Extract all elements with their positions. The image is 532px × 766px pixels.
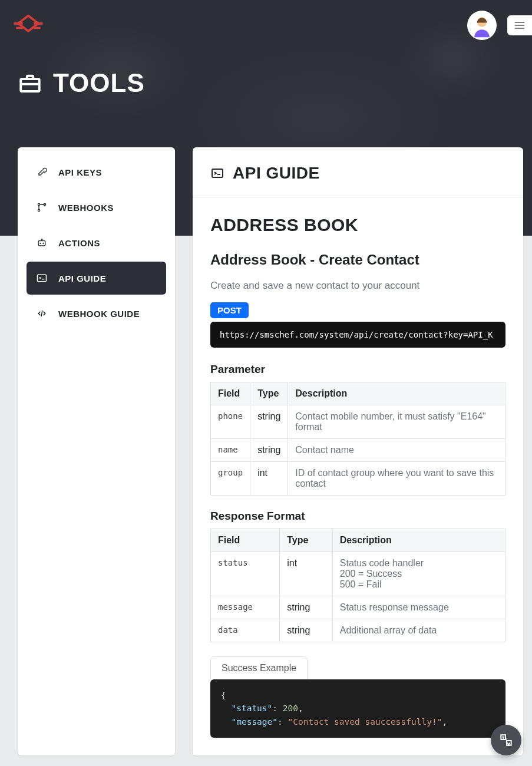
sidebar-item-label: WEBHOOK GUIDE (58, 309, 140, 319)
hamburger-icon (514, 19, 526, 31)
param-type: int (250, 462, 288, 496)
terminal-icon (36, 272, 48, 284)
user-avatar[interactable] (467, 11, 497, 40)
param-header-desc: Description (288, 382, 505, 405)
branch-icon (36, 202, 48, 213)
main-heading: API GUIDE (193, 147, 523, 197)
resp-desc: Status response message (332, 596, 505, 619)
resp-type: string (280, 596, 333, 619)
param-header-field: Field (211, 382, 250, 405)
example-code-block: { "status": 200, "message": "Contact sav… (210, 679, 505, 738)
resp-header-desc: Description (332, 529, 505, 552)
sidebar-item-label: WEBHOOKS (58, 203, 114, 213)
resp-type: string (280, 619, 333, 642)
main-heading-text: API GUIDE (233, 164, 320, 183)
table-row: statusintStatus code handler 200 = Succe… (211, 552, 505, 596)
sidebar-item-webhook-guide[interactable]: WEBHOOK GUIDE (27, 297, 166, 330)
svg-point-7 (39, 243, 41, 244)
resp-header-field: Field (211, 529, 280, 552)
svg-point-3 (38, 203, 39, 205)
hamburger-menu-button[interactable] (507, 15, 532, 35)
translate-icon (498, 732, 514, 748)
page-title-text: TOOLS (53, 68, 145, 98)
briefcase-icon (18, 71, 42, 95)
resp-field: data (211, 619, 280, 642)
sidebar-item-api-guide[interactable]: API GUIDE (27, 262, 166, 295)
sidebar-item-label: ACTIONS (58, 238, 100, 248)
subsection-title: Address Book - Create Contact (210, 252, 505, 268)
endpoint-url: https://smschef.com/system/api/create/co… (210, 322, 505, 348)
svg-point-4 (38, 209, 39, 211)
resp-type: int (280, 552, 333, 596)
robot-icon (36, 237, 48, 249)
sidebar-item-api-keys[interactable]: API KEYS (27, 156, 166, 189)
svg-rect-10 (212, 169, 223, 177)
param-type: string (250, 405, 288, 439)
resp-header-type: Type (280, 529, 333, 552)
method-badge: POST (210, 302, 249, 318)
terminal-icon (210, 166, 224, 180)
param-field: phone (211, 405, 250, 439)
param-type: string (250, 439, 288, 462)
sidebar-item-label: API GUIDE (58, 273, 106, 283)
table-row: messagestringStatus response message (211, 596, 505, 619)
resp-field: status (211, 552, 280, 596)
tab-success-example[interactable]: Success Example (210, 656, 308, 679)
table-row: groupintID of contact group where you wa… (211, 462, 505, 496)
param-desc: ID of contact group where you want to sa… (288, 462, 505, 496)
page-title: TOOLS (0, 51, 532, 98)
translate-fab[interactable] (491, 725, 521, 755)
sidebar-item-actions[interactable]: ACTIONS (27, 226, 166, 259)
sidebar-item-label: API KEYS (58, 167, 102, 177)
parameter-table: Field Type Description phonestringContac… (210, 382, 505, 496)
logo-icon (11, 12, 46, 39)
svg-point-8 (42, 243, 44, 244)
key-icon (36, 166, 48, 178)
section-title: ADDRESS BOOK (210, 215, 505, 235)
param-desc: Contact mobile number, it must satisfy "… (288, 405, 505, 439)
topbar-right (467, 11, 532, 40)
table-row: datastringAdditional array of data (211, 619, 505, 642)
param-field: group (211, 462, 250, 496)
code-icon (36, 308, 48, 319)
response-title: Response Format (210, 510, 505, 523)
resp-desc: Additional array of data (332, 619, 505, 642)
resp-desc: Status code handler 200 = Success 500 = … (332, 552, 505, 596)
response-table: Field Type Description statusintStatus c… (210, 529, 505, 642)
svg-rect-9 (38, 275, 47, 282)
sidebar-item-webhooks[interactable]: WEBHOOKS (27, 191, 166, 224)
parameter-title: Parameter (210, 363, 505, 376)
lead-text: Create and save a new contact to your ac… (210, 280, 505, 292)
example-tabs: Success Example (210, 656, 505, 679)
svg-rect-6 (38, 241, 45, 246)
main-panel: API GUIDE ADDRESS BOOK Address Book - Cr… (193, 147, 523, 755)
table-row: namestringContact name (211, 439, 505, 462)
param-desc: Contact name (288, 439, 505, 462)
avatar-icon (469, 12, 495, 38)
resp-field: message (211, 596, 280, 619)
sidebar: API KEYS WEBHOOKS ACTIONS API GUIDE WEBH… (18, 147, 175, 755)
param-field: name (211, 439, 250, 462)
brand-logo[interactable] (11, 12, 46, 39)
topbar (0, 0, 532, 51)
table-row: phonestringContact mobile number, it mus… (211, 405, 505, 439)
param-header-type: Type (250, 382, 288, 405)
